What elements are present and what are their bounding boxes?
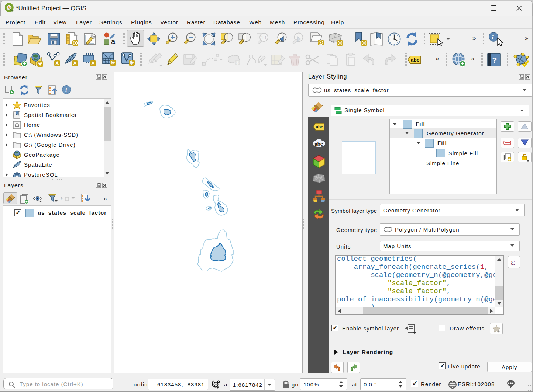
svg-text:✳: ✳ bbox=[111, 60, 115, 66]
svg-text:abc: abc bbox=[314, 141, 323, 147]
svg-text:✳: ✳ bbox=[130, 60, 134, 66]
svg-text:✳: ✳ bbox=[91, 60, 95, 66]
svg-text:ε: ε bbox=[61, 194, 63, 202]
svg-text:✳: ✳ bbox=[38, 61, 42, 67]
svg-text:1:1: 1:1 bbox=[261, 35, 266, 40]
svg-text:✳: ✳ bbox=[73, 60, 77, 66]
svg-text:i: i bbox=[492, 34, 494, 41]
svg-text:a: a bbox=[111, 37, 116, 45]
svg-text:abc: abc bbox=[316, 125, 323, 129]
svg-text:?: ? bbox=[492, 56, 497, 65]
svg-text:✳: ✳ bbox=[55, 60, 59, 66]
svg-text:abc: abc bbox=[411, 57, 420, 63]
svg-text:✳: ✳ bbox=[508, 158, 511, 162]
svg-text:✳: ✳ bbox=[235, 60, 240, 66]
